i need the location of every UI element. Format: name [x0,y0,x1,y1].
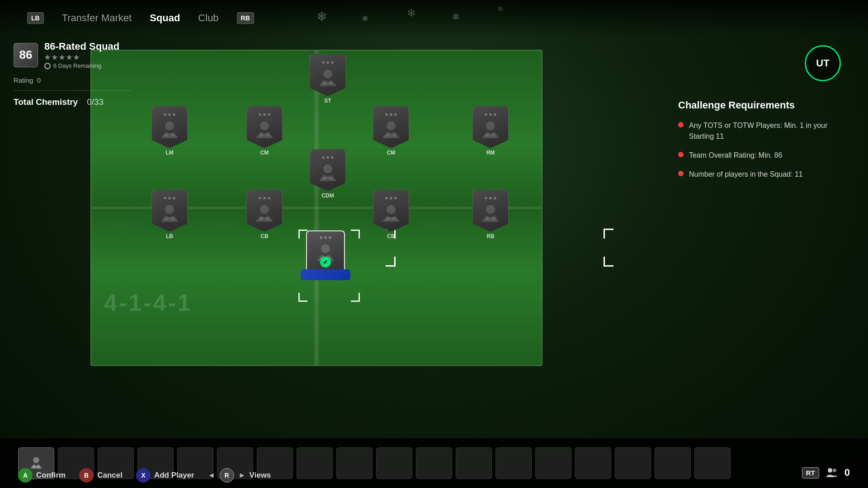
formation-label: 4-1-4-1 [104,289,193,316]
top-navigation: LB Transfer Market Squad Club RB [0,0,868,36]
player-card-cb-left[interactable]: CB [244,190,285,239]
cm-left-label: CM [260,150,269,156]
clock-icon [44,63,51,69]
squad-stars [44,54,119,61]
card-body-lb [151,190,188,232]
left-panel: 86 86-Rated Squad 6 Days Remaining Ratin… [14,41,131,107]
sel-bracket-br [351,293,360,302]
card-body-rm [472,106,509,148]
rm-label: RM [486,150,495,156]
svg-point-4 [164,132,169,136]
challenge-dot-2 [678,152,684,157]
cb-right-label: CB [387,233,395,239]
rating-label-row: Rating 0 [14,76,131,84]
squad-title: 86-Rated Squad [44,41,119,52]
players-icon [826,466,838,479]
svg-point-3 [165,122,174,130]
r-button[interactable]: R [220,468,234,483]
cm-right-label: CM [387,150,396,156]
challenge-dot-1 [678,122,684,127]
cancel-control[interactable]: B Cancel [79,468,123,483]
views-control[interactable]: ◄ R ► Views [208,468,271,483]
sel-tl [604,229,613,239]
rb-label: RB [486,233,494,239]
challenge-dot-3 [678,171,684,176]
svg-point-12 [387,122,396,130]
challenge-item-2: Team Overall Rating: Min. 86 [678,150,850,161]
arrow-right: ► [239,471,246,479]
sel-bl [604,257,613,267]
arrow-left: ◄ [208,471,215,479]
b-button[interactable]: B [79,468,94,483]
add-player-control[interactable]: X Add Player [136,468,194,483]
svg-point-30 [486,205,495,214]
svg-point-16 [485,132,490,136]
svg-point-0 [324,70,332,78]
gk-platform [301,269,350,280]
svg-point-36 [828,468,832,473]
lb-label: LB [166,233,173,239]
svg-point-7 [259,132,264,136]
svg-point-20 [170,216,175,220]
nav-club[interactable]: Club [198,12,218,24]
svg-point-24 [321,244,330,253]
svg-point-34 [32,465,35,468]
challenge-panel: Challenge Requirements Any TOTS or TOTW … [678,99,850,188]
cdm-label: CDM [321,192,334,199]
chemistry-row: Total Chemistry 0/33 [14,97,131,107]
svg-point-35 [37,465,40,468]
svg-point-15 [486,122,495,130]
card-body-rb [472,190,509,232]
sel-bracket-tl [298,230,307,239]
svg-point-13 [386,132,390,136]
svg-point-27 [387,205,396,214]
player-card-gk[interactable]: ✓ [305,230,346,280]
ut-logo: UT [805,45,841,81]
svg-point-37 [833,469,836,472]
player-card-cm-left[interactable]: CM [244,106,285,156]
player-card-rb[interactable]: RB [470,190,511,239]
lb-button[interactable]: LB [27,12,44,24]
svg-point-14 [392,132,396,136]
card-body-cdm [310,149,346,191]
svg-point-10 [322,175,327,179]
views-label: Views [249,471,271,480]
rt-box[interactable]: RT [802,467,819,479]
svg-point-6 [260,122,269,130]
player-card-cb-right[interactable]: CB [371,190,411,239]
player-card-rm[interactable]: RM [470,106,511,156]
nav-squad[interactable]: Squad [150,12,180,24]
player-card-cm-right[interactable]: CM [371,106,411,156]
svg-point-9 [324,164,332,173]
card-body-cm-left [246,106,283,148]
card-body-gk: ✓ [306,230,345,270]
player-card-lb[interactable]: LB [149,190,190,239]
svg-point-8 [265,132,270,136]
days-remaining: 6 Days Remaining [44,62,119,69]
star-2 [52,54,58,61]
card-body-cb-left [246,190,283,232]
svg-point-29 [392,216,396,220]
nav-transfer-market[interactable]: Transfer Market [62,12,132,24]
svg-point-1 [322,80,327,84]
svg-point-5 [170,132,175,136]
player-card-cdm[interactable]: CDM [307,149,348,199]
svg-point-32 [491,216,496,220]
x-button[interactable]: X [136,468,151,483]
a-button[interactable]: A [18,468,33,483]
chemistry-value: 0/33 [87,97,104,107]
player-card-lm[interactable]: LM [149,106,190,156]
squad-info: 86 86-Rated Squad 6 Days Remaining [14,41,131,69]
card-body-cb-right [373,190,409,232]
svg-point-11 [329,175,333,179]
cb-left-label: CB [260,233,268,239]
card-body-lm [151,106,188,148]
chemistry-label: Total Chemistry [14,97,78,107]
star-5 [73,54,80,61]
rb-button[interactable]: RB [237,12,254,24]
confirm-control[interactable]: A Confirm [18,468,66,483]
challenge-title: Challenge Requirements [678,99,850,111]
player-card-st[interactable]: ST [307,54,348,104]
svg-point-22 [259,216,264,220]
challenge-text-3: Number of players in the Squad: 11 [689,169,803,180]
